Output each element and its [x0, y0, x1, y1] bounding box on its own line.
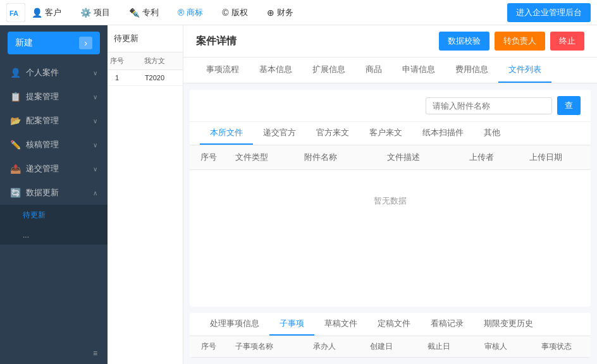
trademark-icon: ®: [178, 8, 184, 18]
sidebar-item-data-update[interactable]: 🔄 数据更新 ∧: [0, 181, 108, 205]
nav-client[interactable]: 👤 客户: [32, 7, 61, 18]
proposal-arrow: ∨: [93, 94, 97, 100]
tabs-bar: 事项流程 基本信息 扩展信息 商品 申请信息 费用信息 文件列表: [183, 58, 597, 83]
tab-process[interactable]: 事项流程: [196, 58, 249, 83]
pending-col-seq-header: 序号: [108, 52, 126, 70]
tab-basic[interactable]: 基本信息: [249, 58, 302, 83]
sub-tab-official-send[interactable]: 递交官方: [253, 122, 306, 145]
nav-patent[interactable]: ✒️ 专利: [129, 7, 159, 18]
copyright-icon: ©: [222, 8, 228, 18]
sub-tab-official-receive[interactable]: 官方来文: [306, 122, 359, 145]
tab-extend[interactable]: 扩展信息: [302, 58, 355, 83]
tab-apply[interactable]: 申请信息: [392, 58, 445, 83]
data-update-arrow: ∧: [93, 190, 97, 197]
transfer-button[interactable]: 转负责人: [495, 32, 545, 51]
sidebar-submenu-ellipsis[interactable]: ...: [0, 226, 108, 245]
new-button[interactable]: 新建 ›: [8, 32, 100, 54]
file-col-date-header: 上传日期: [522, 145, 591, 169]
nav-project[interactable]: ⚙️ 项目: [80, 7, 110, 18]
search-button[interactable]: 查: [557, 96, 581, 115]
nav-copyright[interactable]: © 版权: [222, 7, 247, 18]
enter-enterprise-button[interactable]: 进入企业管理后台: [507, 3, 591, 22]
nav-finance[interactable]: ⊕ 财务: [267, 7, 293, 18]
pending-table-row[interactable]: 1 T2020: [108, 70, 183, 86]
sidebar-item-review[interactable]: ✏️ 核稿管理 ∨: [0, 133, 108, 157]
review-arrow: ∨: [93, 142, 97, 149]
sidebar-item-submit[interactable]: 📤 递交管理 ∨: [0, 157, 108, 181]
tab-fee[interactable]: 费用信息: [445, 58, 498, 83]
bottom-tab-review-log[interactable]: 看稿记录: [421, 313, 474, 336]
sidebar-item-submit-label: 递交管理: [26, 163, 59, 174]
detail-header: 案件详情 数据校验 转负责人 终止: [183, 25, 597, 58]
content-area: 待更新 序号 我方文 1 T2020 案件详情 数据校验 转负责人 终止: [108, 25, 597, 364]
bottom-tab-final-file[interactable]: 定稿文件: [367, 313, 421, 336]
new-button-label: 新建: [15, 37, 33, 49]
file-list-content: 查 本所文件 递交官方 官方来文 客户来文 纸本扫描件 其他 序号 文件类型: [190, 90, 591, 306]
sidebar-item-allocation[interactable]: 📂 配案管理 ∨: [0, 109, 108, 133]
pending-table: 序号 我方文 1 T2020: [108, 52, 183, 364]
terminate-button[interactable]: 终止: [550, 32, 584, 51]
top-nav: FA 👤 客户 ⚙️ 项目 ✒️ 专利 ® 商标 © 版权 ⊕ 财务 进入企业管…: [0, 0, 597, 25]
detail-title: 案件详情: [196, 35, 237, 48]
verify-button[interactable]: 数据校验: [439, 32, 489, 51]
bottom-tab-deadline-history[interactable]: 期限变更历史: [474, 313, 543, 336]
bottom-tabs: 处理事项信息 子事项 草稿文件 定稿文件 看稿记录 期限变更历史: [190, 313, 591, 336]
sidebar-bottom: ≡: [0, 343, 108, 364]
proposal-icon: 📋: [10, 92, 21, 102]
sidebar-item-personal[interactable]: 👤 个人案件 ∨: [0, 61, 108, 85]
sub-tab-scan[interactable]: 纸本扫描件: [412, 122, 474, 145]
sidebar-item-proposal[interactable]: 📋 提案管理 ∨: [0, 85, 108, 109]
pending-row-ref: T2020: [126, 70, 183, 85]
search-input[interactable]: [426, 97, 552, 114]
sub-tab-local[interactable]: 本所文件: [200, 122, 253, 145]
pending-panel: 待更新 序号 我方文 1 T2020: [108, 25, 183, 364]
detail-area: 案件详情 数据校验 转负责人 终止 事项流程 基本信息 扩展信息 商品 申请信息…: [183, 25, 597, 364]
bottom-table-header: 序号 子事项名称 承办人 创建日 截止日 审核人 事项状态: [190, 336, 591, 358]
allocation-arrow: ∨: [93, 118, 97, 124]
nav-trademark[interactable]: ® 商标: [178, 7, 203, 18]
file-col-desc-header: 文件描述: [379, 145, 462, 169]
patent-icon: ✒️: [129, 8, 140, 18]
file-table: 序号 文件类型 附件名称 文件描述 上传者 上传日期 暂无数据: [190, 145, 591, 306]
file-table-empty: 暂无数据: [190, 170, 591, 232]
logo: FA: [6, 3, 25, 22]
nav-patent-label: 专利: [142, 7, 159, 18]
sidebar-item-review-label: 核稿管理: [26, 139, 59, 150]
sidebar: 新建 › 👤 个人案件 ∨ 📋 提案管理 ∨ 📂 配案管理 ∨: [0, 25, 108, 364]
file-col-type-header: 文件类型: [228, 145, 297, 169]
bcol-seq-header: 序号: [190, 336, 228, 357]
sidebar-submenu-pending[interactable]: 待更新: [0, 205, 108, 226]
bottom-tab-process-info[interactable]: 处理事项信息: [200, 313, 269, 336]
personal-icon: 👤: [10, 68, 21, 78]
sub-tabs: 本所文件 递交官方 官方来文 客户来文 纸本扫描件 其他: [190, 122, 591, 145]
file-table-header: 序号 文件类型 附件名称 文件描述 上传者 上传日期: [190, 145, 591, 170]
bcol-reviewer-header: 审核人: [477, 336, 534, 357]
sub-tab-other[interactable]: 其他: [474, 122, 510, 145]
sidebar-menu-icon[interactable]: ≡: [93, 349, 97, 358]
bottom-tab-sub-items[interactable]: 子事项: [269, 313, 314, 336]
data-update-submenu: 待更新 ...: [0, 205, 108, 245]
finance-icon: ⊕: [267, 8, 274, 18]
tab-files[interactable]: 文件列表: [498, 58, 551, 83]
file-col-seq-header: 序号: [190, 145, 228, 169]
submit-icon: 📤: [10, 164, 21, 174]
bcol-deadline-header: 截止日: [420, 336, 477, 357]
project-icon: ⚙️: [80, 8, 91, 18]
nav-copyright-label: 版权: [231, 7, 248, 18]
tab-goods[interactable]: 商品: [355, 58, 392, 83]
sub-tab-client-receive[interactable]: 客户来文: [359, 122, 412, 145]
pending-header: 待更新: [108, 25, 183, 52]
bottom-tab-draft-file[interactable]: 草稿文件: [314, 313, 367, 336]
main-layout: 新建 › 👤 个人案件 ∨ 📋 提案管理 ∨ 📂 配案管理 ∨: [0, 25, 597, 364]
submit-arrow: ∨: [93, 166, 97, 173]
bcol-create-header: 创建日: [362, 336, 419, 357]
sidebar-item-data-update-label: 数据更新: [26, 187, 59, 198]
sidebar-item-proposal-label: 提案管理: [26, 91, 59, 102]
detail-actions: 数据校验 转负责人 终止: [439, 32, 584, 51]
pending-col-my-header: 我方文: [126, 52, 183, 70]
personal-arrow: ∨: [93, 70, 97, 76]
client-icon: 👤: [32, 8, 42, 18]
nav-project-label: 项目: [94, 7, 110, 18]
file-col-uploader-header: 上传者: [462, 145, 522, 169]
bcol-handler-header: 承办人: [305, 336, 362, 357]
